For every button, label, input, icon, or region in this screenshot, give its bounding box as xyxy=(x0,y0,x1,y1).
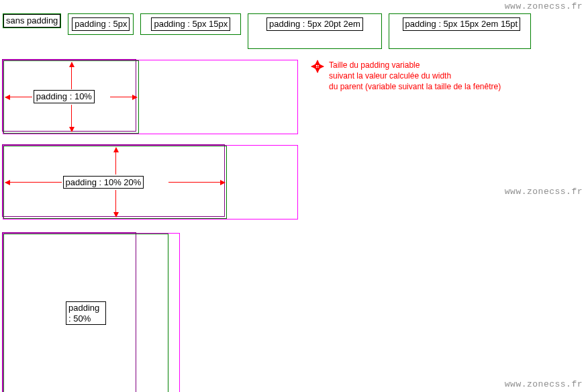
demo-10pct-section: padding : 10% Taille du padding variable… xyxy=(3,60,585,134)
label-5px-15px: padding : 5px 15px xyxy=(151,17,230,31)
padded-box-10pct: padding : 10% xyxy=(3,60,139,134)
label-50pct: padding : 50% xyxy=(66,301,106,325)
move-arrows-icon xyxy=(311,60,324,72)
label-sans-padding: sans padding xyxy=(3,14,60,28)
watermark-top: www.zonecss.fr xyxy=(505,1,583,11)
parent-frame-2: padding : 10% 20% xyxy=(3,145,298,219)
parent-frame-3: padding : 50% xyxy=(3,233,180,392)
demo-10-20pct-section: padding : 10% 20% xyxy=(3,145,585,219)
parent-frame-1: padding : 10% xyxy=(3,60,298,134)
demo-5-20pt-2em: padding : 5px 20pt 2em xyxy=(248,13,381,49)
demo-sans-padding: sans padding xyxy=(3,13,61,28)
label-10-20pct: padding : 10% 20% xyxy=(63,176,144,189)
legend: Taille du padding variable suivant la va… xyxy=(311,60,501,93)
demo-5px: padding : 5px xyxy=(68,13,134,35)
label-5px: padding : 5px xyxy=(72,17,130,31)
demo-50pct-section: padding : 50% xyxy=(3,233,585,392)
padded-box-50pct: padding : 50% xyxy=(3,234,168,392)
label-5-15-2em-15pt: padding : 5px 15px 2em 15pt xyxy=(403,17,521,31)
legend-line-3: du parent (variable suivant la taille de… xyxy=(329,81,501,92)
label-50pct-line2: : 50% xyxy=(68,313,91,324)
demo-5-15-2em-15pt: padding : 5px 15px 2em 15pt xyxy=(389,13,532,49)
fixed-padding-row: sans padding padding : 5px padding : 5px… xyxy=(3,13,585,49)
label-5-20pt-2em: padding : 5px 20pt 2em xyxy=(266,17,363,31)
demo-5px-15px: padding : 5px 15px xyxy=(140,13,241,35)
label-10pct: padding : 10% xyxy=(34,90,95,103)
label-50pct-line1: padding xyxy=(68,303,99,313)
legend-text: Taille du padding variable suivant la va… xyxy=(329,60,501,93)
legend-line-1: Taille du padding variable xyxy=(329,60,501,70)
legend-line-2: suivant la valeur calculée du width xyxy=(329,70,501,81)
padded-box-10-20pct: padding : 10% 20% xyxy=(3,146,227,219)
